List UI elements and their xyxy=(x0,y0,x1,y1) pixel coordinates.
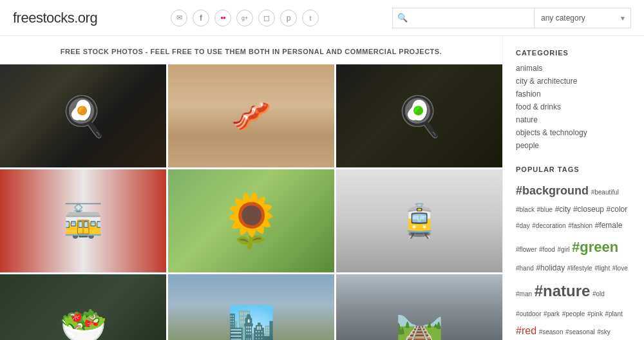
flickr-icon[interactable]: ●● xyxy=(214,10,231,26)
photo-bowl[interactable] xyxy=(0,274,166,340)
list-item: objects & technology xyxy=(516,128,631,137)
category-dropdown-wrap: any category animals city & architecture… xyxy=(534,8,631,28)
tag-background[interactable]: #background xyxy=(516,184,589,197)
category-animals[interactable]: animals xyxy=(516,64,542,73)
tag-nature[interactable]: #nature xyxy=(535,282,591,299)
tag-black[interactable]: #black xyxy=(516,206,535,213)
tag-sky[interactable]: #sky xyxy=(597,328,611,335)
list-item: fashion xyxy=(516,89,631,99)
category-city-architecture[interactable]: city & architecture xyxy=(516,77,577,86)
tag-hand[interactable]: #hand xyxy=(516,265,534,272)
tag-green[interactable]: #green xyxy=(572,239,618,255)
tag-girl[interactable]: #girl xyxy=(558,246,570,253)
site-logo[interactable]: freestocks.org xyxy=(13,10,97,26)
facebook-icon[interactable]: f xyxy=(193,10,209,26)
tag-love[interactable]: #love xyxy=(612,265,628,272)
tag-plant[interactable]: #plant xyxy=(605,310,623,317)
photo-rail[interactable] xyxy=(336,274,502,340)
tag-man[interactable]: #man xyxy=(516,290,532,298)
social-icons-bar: ✉ f ●● g+ ◻ p t xyxy=(171,10,319,26)
search-input-wrap: 🔍 xyxy=(392,8,534,28)
tag-holiday[interactable]: #holiday xyxy=(536,263,565,272)
instagram-icon[interactable]: ◻ xyxy=(258,10,275,26)
tag-lifestyle[interactable]: #lifestyle xyxy=(567,265,592,272)
category-nature[interactable]: nature xyxy=(516,115,538,124)
tag-decoration[interactable]: #decoration xyxy=(532,222,565,229)
category-fashion[interactable]: fashion xyxy=(516,90,541,99)
photo-bacon[interactable] xyxy=(168,64,334,167)
tag-red[interactable]: #red xyxy=(516,325,536,336)
tags-title: POPULAR TAGS xyxy=(516,165,631,173)
tagline: FREE STOCK PHOTOS - FEEL FREE TO USE THE… xyxy=(0,36,502,64)
pinterest-icon[interactable]: p xyxy=(280,10,297,26)
google-plus-icon[interactable]: g+ xyxy=(236,10,253,26)
categories-title: CATEGORIES xyxy=(516,49,631,57)
photo-city[interactable] xyxy=(168,274,334,340)
list-item: city & architecture xyxy=(516,76,631,86)
tag-city[interactable]: #city xyxy=(555,205,571,214)
content-area: FREE STOCK PHOTOS - FEEL FREE TO USE THE… xyxy=(0,36,502,340)
twitter-icon[interactable]: t xyxy=(302,10,319,26)
tag-closeup[interactable]: #closeup xyxy=(573,205,604,214)
email-icon[interactable]: ✉ xyxy=(171,10,187,26)
category-list: animals city & architecture fashion food… xyxy=(516,63,631,150)
main-layout: FREE STOCK PHOTOS - FEEL FREE TO USE THE… xyxy=(0,36,644,340)
list-item: people xyxy=(516,140,631,150)
tag-park[interactable]: #park xyxy=(544,310,560,317)
tag-old[interactable]: #old xyxy=(592,290,605,298)
list-item: animals xyxy=(516,63,631,73)
tag-color[interactable]: #color xyxy=(607,205,628,214)
photo-grid xyxy=(0,64,502,340)
tag-season[interactable]: #season xyxy=(539,328,564,335)
tag-flower[interactable]: #flower xyxy=(516,246,536,253)
list-item: nature xyxy=(516,115,631,124)
list-item: food & drinks xyxy=(516,102,631,111)
photo-pan[interactable] xyxy=(0,64,166,167)
tag-day[interactable]: #day xyxy=(516,222,530,229)
search-input[interactable] xyxy=(392,8,534,28)
search-area: 🔍 any category animals city & architectu… xyxy=(392,8,631,28)
tag-beautiful[interactable]: #beautiful xyxy=(591,189,619,196)
photo-sunflower[interactable] xyxy=(168,169,334,272)
category-people[interactable]: people xyxy=(516,141,539,150)
tags-cloud: #background #beautiful #black #blue #cit… xyxy=(516,180,631,340)
header: freestocks.org ✉ f ●● g+ ◻ p t 🔍 any cat… xyxy=(0,0,644,36)
tag-female[interactable]: #female xyxy=(595,221,623,230)
tag-outdoor[interactable]: #outdoor xyxy=(516,310,541,317)
category-objects-technology[interactable]: objects & technology xyxy=(516,128,587,137)
tag-fashion[interactable]: #fashion xyxy=(568,222,592,229)
search-icon: 🔍 xyxy=(397,13,408,23)
sidebar: CATEGORIES animals city & architecture f… xyxy=(502,36,644,340)
tag-light[interactable]: #light xyxy=(594,265,610,272)
photo-eggs[interactable] xyxy=(336,64,502,167)
tag-people[interactable]: #people xyxy=(562,310,585,317)
photo-tram-interior[interactable] xyxy=(0,169,166,272)
category-food-drinks[interactable]: food & drinks xyxy=(516,102,561,111)
tag-pink[interactable]: #pink xyxy=(587,310,603,317)
photo-tram-exterior[interactable] xyxy=(336,169,502,272)
tag-food[interactable]: #food xyxy=(539,246,555,253)
category-select[interactable]: any category animals city & architecture… xyxy=(534,8,631,28)
tag-seasonal[interactable]: #seasonal xyxy=(565,328,595,335)
tag-blue[interactable]: #blue xyxy=(537,206,553,213)
